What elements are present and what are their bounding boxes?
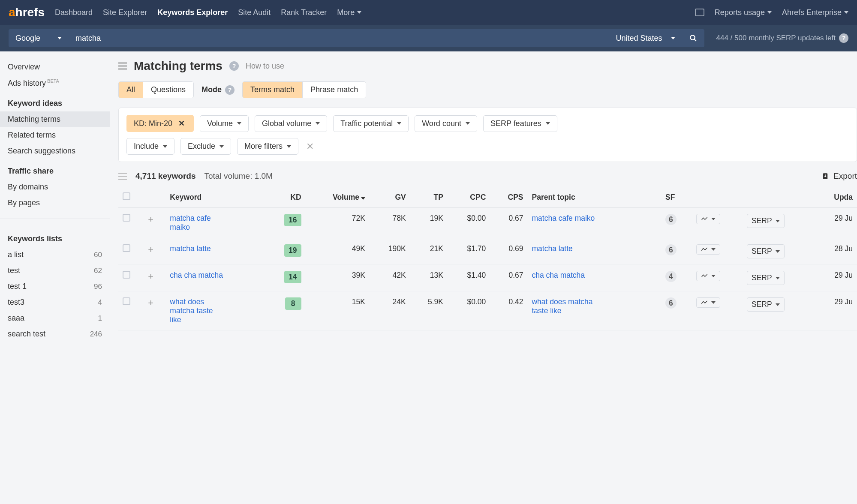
nav-item-site-explorer[interactable]: Site Explorer xyxy=(103,8,147,17)
list-count: 246 xyxy=(90,330,102,339)
tab-questions[interactable]: Questions xyxy=(143,82,193,98)
column-header[interactable]: Volume xyxy=(306,187,370,208)
trend-button[interactable] xyxy=(696,271,720,281)
chevron-down-icon xyxy=(316,122,320,125)
sidebar-item-matching-terms[interactable]: Matching terms xyxy=(0,111,110,127)
search-engine-select[interactable]: Google xyxy=(9,29,69,47)
cell-gv: 190K xyxy=(370,238,410,265)
filter-more-filters[interactable]: More filters xyxy=(237,138,298,155)
menu-icon[interactable] xyxy=(118,63,127,69)
sf-badge[interactable]: 6 xyxy=(665,244,677,255)
row-checkbox[interactable] xyxy=(123,214,130,222)
clear-filters-icon[interactable]: ✕ xyxy=(304,141,316,152)
parent-topic-link[interactable]: what does matcha taste like xyxy=(532,297,609,315)
export-button[interactable]: Export xyxy=(821,171,857,181)
help-icon[interactable]: ? xyxy=(229,61,239,71)
nav-item-rank-tracker[interactable]: Rank Tracker xyxy=(281,8,327,17)
column-header[interactable]: KD xyxy=(266,187,306,208)
serp-updates-counter: 444 / 500 monthly SERP updates left? xyxy=(716,33,848,43)
reports-usage-dropdown[interactable]: Reports usage xyxy=(715,8,772,17)
sf-badge[interactable]: 6 xyxy=(665,297,677,309)
list-name: test 1 xyxy=(8,282,27,291)
list-options-icon[interactable] xyxy=(118,173,127,180)
keyword-link[interactable]: matcha latte xyxy=(170,244,210,253)
column-header[interactable]: SF xyxy=(661,187,692,208)
column-header[interactable]: TP xyxy=(410,187,448,208)
sidebar-list-item[interactable]: saaa1 xyxy=(0,310,110,326)
column-header[interactable]: CPS xyxy=(490,187,527,208)
filter-word-count[interactable]: Word count xyxy=(415,115,477,132)
keyword-input[interactable] xyxy=(69,29,609,47)
logo[interactable]: ahrefs xyxy=(9,6,45,19)
column-header[interactable]: Keyword xyxy=(165,187,266,208)
expand-icon[interactable]: + xyxy=(148,214,153,225)
search-button[interactable] xyxy=(682,29,704,47)
column-header[interactable]: Upda xyxy=(815,187,857,208)
column-header[interactable]: Parent topic xyxy=(527,187,661,208)
sidebar-item-by-domains[interactable]: By domains xyxy=(0,179,110,195)
keyword-link[interactable]: cha cha matcha xyxy=(170,271,223,280)
nav-item-more[interactable]: More xyxy=(337,8,361,17)
chevron-down-icon xyxy=(844,11,848,14)
sidebar-list-item[interactable]: test62 xyxy=(0,263,110,279)
keyword-link[interactable]: what does matcha taste like xyxy=(170,297,226,324)
help-icon[interactable]: ? xyxy=(839,33,848,43)
nav-item-keywords-explorer[interactable]: Keywords Explorer xyxy=(157,8,228,17)
sidebar-item-related-terms[interactable]: Related terms xyxy=(0,127,110,143)
sidebar-list-item[interactable]: a list60 xyxy=(0,247,110,263)
filter-serp-features[interactable]: SERP features xyxy=(483,115,557,132)
filter-chip-kd-active[interactable]: KD: Min-20✕ xyxy=(126,115,194,132)
row-checkbox[interactable] xyxy=(123,271,130,279)
filter-traffic-potential[interactable]: Traffic potential xyxy=(333,115,409,132)
display-icon[interactable] xyxy=(695,9,704,16)
help-icon[interactable]: ? xyxy=(225,85,235,95)
sf-badge[interactable]: 4 xyxy=(665,271,677,282)
sidebar-section-keyword-ideas: Keyword ideas xyxy=(0,91,110,111)
sidebar-item-search-suggestions[interactable]: Search suggestions xyxy=(0,143,110,159)
trend-button[interactable] xyxy=(696,244,720,255)
tab-all[interactable]: All xyxy=(119,82,143,98)
serp-button[interactable]: SERP xyxy=(747,297,785,312)
filter-volume[interactable]: Volume xyxy=(200,115,249,132)
serp-button[interactable]: SERP xyxy=(747,214,785,228)
account-dropdown[interactable]: Ahrefs Enterprise xyxy=(782,8,848,17)
nav-item-site-audit[interactable]: Site Audit xyxy=(238,8,271,17)
nav-item-dashboard[interactable]: Dashboard xyxy=(55,8,93,17)
sidebar-item-ads-history[interactable]: Ads historyBETA xyxy=(0,75,110,91)
country-select[interactable]: United States xyxy=(609,29,682,47)
filter-include[interactable]: Include xyxy=(126,138,174,155)
tab-terms-match[interactable]: Terms match xyxy=(243,82,303,98)
keyword-link[interactable]: matcha cafe maiko xyxy=(170,214,226,232)
sidebar-list-item[interactable]: test 196 xyxy=(0,279,110,294)
sidebar-item-overview[interactable]: Overview xyxy=(0,59,110,75)
row-checkbox[interactable] xyxy=(123,297,130,305)
sidebar-item-by-pages[interactable]: By pages xyxy=(0,195,110,211)
expand-icon[interactable]: + xyxy=(148,271,153,282)
filter-exclude[interactable]: Exclude xyxy=(180,138,231,155)
serp-button[interactable]: SERP xyxy=(747,244,785,258)
chevron-down-icon xyxy=(163,145,167,148)
column-header[interactable]: GV xyxy=(370,187,410,208)
trend-button[interactable] xyxy=(696,214,720,224)
sidebar-item-label: Search suggestions xyxy=(8,147,75,156)
kd-badge: 8 xyxy=(285,297,301,310)
row-checkbox[interactable] xyxy=(123,244,130,252)
beta-badge: BETA xyxy=(47,78,59,84)
close-icon[interactable]: ✕ xyxy=(177,119,186,128)
expand-icon[interactable]: + xyxy=(148,297,153,308)
parent-topic-link[interactable]: cha cha matcha xyxy=(532,271,585,280)
select-all-checkbox[interactable] xyxy=(123,192,130,200)
filter-global-volume[interactable]: Global volume xyxy=(255,115,327,132)
sf-badge[interactable]: 6 xyxy=(665,214,677,225)
parent-topic-link[interactable]: matcha latte xyxy=(532,244,572,253)
trend-button[interactable] xyxy=(696,297,720,308)
sidebar-list-item[interactable]: test34 xyxy=(0,294,110,310)
serp-button[interactable]: SERP xyxy=(747,271,785,285)
how-to-use-link[interactable]: How to use xyxy=(246,62,284,71)
tab-phrase-match[interactable]: Phrase match xyxy=(303,82,366,98)
sidebar-list-item[interactable]: search test246 xyxy=(0,326,110,342)
expand-icon[interactable]: + xyxy=(148,244,153,255)
cell-cpc: $0.00 xyxy=(448,208,490,238)
column-header[interactable]: CPC xyxy=(448,187,490,208)
parent-topic-link[interactable]: matcha cafe maiko xyxy=(532,214,595,223)
